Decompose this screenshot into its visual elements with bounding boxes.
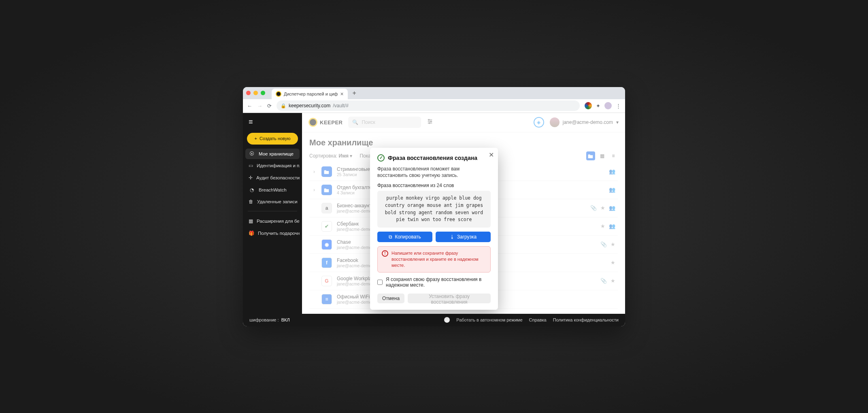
back-button[interactable]: ← bbox=[247, 103, 252, 109]
extension-icon[interactable] bbox=[585, 102, 592, 109]
tab-title: Диспетчер паролей и циф bbox=[284, 92, 338, 96]
window-controls bbox=[246, 91, 265, 95]
create-new-button[interactable]: + Создать новую bbox=[247, 133, 298, 145]
sidebar-item-label: Аудит безопасности bbox=[256, 175, 300, 180]
nav-buttons: ← → ⟳ bbox=[247, 103, 272, 109]
encryption-value: ВКЛ bbox=[281, 317, 290, 322]
recovery-phrase-box: purple monkey virgo apple blue dog count… bbox=[377, 191, 491, 228]
close-window-icon[interactable] bbox=[246, 91, 251, 95]
url-domain: keepersecurity.com bbox=[289, 103, 330, 109]
url-path: /vault/# bbox=[333, 103, 349, 109]
sidebar-item-label: BreachWatch bbox=[259, 187, 287, 192]
sidebar-item-0[interactable]: ⦿Мое хранилище bbox=[245, 149, 300, 159]
copy-button[interactable]: ⧉ Копировать bbox=[377, 232, 432, 242]
privacy-link[interactable]: Политика конфиденциальности bbox=[553, 317, 619, 322]
copy-icon: ⧉ bbox=[389, 234, 392, 240]
sync-icon[interactable] bbox=[444, 317, 450, 323]
confirm-checkbox[interactable]: Я сохранил свою фразу восстановления в н… bbox=[377, 277, 491, 288]
sidebar-item-icon: ✛ bbox=[249, 175, 253, 181]
confirm-checkbox-input[interactable] bbox=[377, 279, 383, 285]
sidebar-extra-0[interactable]: ▦Расширения для без… bbox=[245, 215, 300, 227]
help-link[interactable]: Справка bbox=[529, 317, 547, 322]
sidebar-item-2[interactable]: ✛Аудит безопасности bbox=[245, 172, 300, 183]
close-modal-button[interactable]: ✕ bbox=[489, 151, 494, 159]
set-phrase-button[interactable]: Установить фразу восстановления bbox=[408, 294, 491, 303]
sidebar-item-3[interactable]: ◔BreachWatch bbox=[245, 184, 300, 196]
hamburger-icon[interactable]: ≡ bbox=[243, 113, 302, 131]
sidebar-item-icon: ▦ bbox=[249, 218, 253, 224]
sidebar-item-icon: ◔ bbox=[249, 187, 255, 193]
browser-window: Диспетчер паролей и циф × + ← → ⟳ 🔒 keep… bbox=[243, 87, 625, 326]
new-tab-button[interactable]: + bbox=[350, 89, 359, 97]
modal-description: Фраза восстановления поможет вам восстан… bbox=[377, 166, 491, 179]
address-bar[interactable]: 🔒 keepersecurity.com/vault/# bbox=[277, 100, 580, 111]
download-icon: ⭳ bbox=[450, 234, 455, 240]
favicon-icon bbox=[276, 91, 281, 97]
warning-text: Напишите или сохраните фразу восстановле… bbox=[391, 250, 486, 268]
warning-icon: ! bbox=[382, 250, 388, 257]
sidebar-divider bbox=[248, 211, 297, 211]
sidebar-item-4[interactable]: 🗑Удаленные записи bbox=[245, 196, 300, 207]
sidebar-item-icon: 🗑 bbox=[249, 199, 253, 204]
sidebar-item-label: Удаленные записи bbox=[257, 199, 298, 204]
sidebar-item-icon: ⦿ bbox=[249, 151, 255, 156]
browser-tab[interactable]: Диспетчер паролей и циф × bbox=[272, 89, 348, 99]
status-bar: шифрование : ВКЛ Работать в автономном р… bbox=[243, 314, 625, 326]
profile-avatar-icon[interactable] bbox=[604, 102, 612, 109]
offline-mode-link[interactable]: Работать в автономном режиме bbox=[456, 317, 522, 322]
download-button[interactable]: ⭳ Загрузка bbox=[436, 232, 491, 242]
plus-icon: + bbox=[255, 136, 257, 141]
sidebar-item-icon: 🎁 bbox=[249, 230, 254, 236]
recovery-phrase-modal: ✕ ✓ Фраза восстановления создана Фраза в… bbox=[370, 148, 498, 310]
extensions-menu-icon[interactable]: ✦ bbox=[596, 103, 600, 109]
browser-toolbar: ← → ⟳ 🔒 keepersecurity.com/vault/# ✦ ⋮ bbox=[243, 99, 625, 113]
tab-bar: Диспетчер паролей и циф × + bbox=[243, 87, 625, 99]
sidebar-extra-1[interactable]: 🎁Получить подарочн… bbox=[245, 228, 300, 239]
minimize-window-icon[interactable] bbox=[253, 91, 258, 95]
create-new-label: Создать новую bbox=[260, 136, 290, 141]
modal-title: ✓ Фраза восстановления создана bbox=[377, 154, 491, 162]
reload-button[interactable]: ⟳ bbox=[267, 103, 272, 109]
sidebar: ≡ + Создать новую ⦿Мое хранилище▭Идентиф… bbox=[243, 113, 302, 314]
warning-banner: ! Напишите или сохраните фразу восстанов… bbox=[377, 246, 491, 272]
sidebar-item-1[interactable]: ▭Идентификация и пл… bbox=[245, 160, 300, 171]
sidebar-item-label: Мое хранилище bbox=[259, 151, 294, 156]
encryption-label: шифрование : bbox=[249, 317, 279, 322]
maximize-window-icon[interactable] bbox=[261, 91, 265, 95]
phrase-label: Фраза восстановления из 24 слов bbox=[377, 183, 491, 188]
lock-icon: 🔒 bbox=[281, 103, 286, 109]
sidebar-item-label: Расширения для без… bbox=[257, 219, 300, 224]
cancel-button[interactable]: Отмена bbox=[377, 294, 404, 303]
sidebar-item-label: Идентификация и пл… bbox=[257, 163, 300, 168]
confirm-checkbox-label: Я сохранил свою фразу восстановления в н… bbox=[386, 277, 491, 288]
success-check-icon: ✓ bbox=[377, 154, 385, 162]
close-tab-icon[interactable]: × bbox=[340, 91, 343, 97]
sidebar-item-label: Получить подарочн… bbox=[258, 231, 300, 236]
sidebar-item-icon: ▭ bbox=[249, 163, 253, 168]
forward-button[interactable]: → bbox=[257, 103, 262, 109]
browser-menu-icon[interactable]: ⋮ bbox=[616, 103, 621, 109]
